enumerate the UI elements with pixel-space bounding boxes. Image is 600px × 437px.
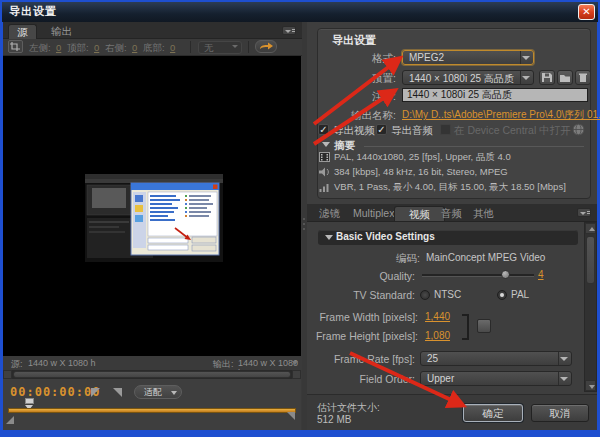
format-value: MPEG2 <box>409 52 444 63</box>
chevron-down-icon <box>558 372 571 385</box>
crop-top-value[interactable]: 0 <box>94 42 99 53</box>
timeline-track[interactable] <box>8 408 296 413</box>
out-point-icon[interactable] <box>113 388 122 397</box>
panel-menu-icon[interactable] <box>282 26 296 35</box>
file-size-value: 512 MB <box>317 414 351 425</box>
export-audio-checkbox[interactable]: ✓ <box>376 124 387 135</box>
summary-audio-line: 384 [kbps], 48 kHz, 16 bit, Stereo, MPEG <box>334 166 508 177</box>
playhead[interactable] <box>25 398 34 404</box>
dimension-bracket <box>462 314 469 340</box>
preset-value: 1440 × 1080i 25 高品质 <box>409 72 514 86</box>
quality-slider-track[interactable] <box>422 274 534 277</box>
options-vscrollbar[interactable] <box>584 222 597 392</box>
section-disclosure-icon[interactable] <box>325 235 333 240</box>
work-area-start-icon[interactable] <box>6 416 14 424</box>
tab-others[interactable]: 其他 <box>465 206 502 221</box>
link-dimensions-button[interactable] <box>477 319 491 333</box>
tab-source[interactable]: 源 <box>8 24 37 39</box>
crop-left-label: 左侧: <box>29 42 51 55</box>
summary-video-line: PAL, 1440x1080, 25 [fps], Upper, 品质 4.0 <box>334 151 511 164</box>
basic-video-settings-header[interactable]: Basic Video Settings <box>318 230 578 245</box>
quality-label: Quality: <box>320 270 415 282</box>
cancel-button[interactable]: 取消 <box>531 404 589 422</box>
crop-icon[interactable] <box>8 40 23 53</box>
chevron-down-icon <box>558 352 571 365</box>
field-order-label: Field Order: <box>300 373 415 385</box>
chevron-down-icon <box>520 51 533 64</box>
field-order-select[interactable]: Upper <box>420 371 572 386</box>
frame-rate-label: Frame Rate [fps]: <box>300 353 415 365</box>
output-name-link[interactable]: D:\My D..ts\Adobe\Premiere Pro\4.0\序列 01… <box>402 108 600 122</box>
section-title: Basic Video Settings <box>336 231 435 242</box>
frame-width-label: Frame Width [pixels]: <box>300 311 418 323</box>
import-preset-icon[interactable] <box>557 70 573 85</box>
hscroll-thumb[interactable] <box>13 371 291 378</box>
crop-left-value[interactable]: 0 <box>56 42 61 53</box>
codec-label: 编码: <box>320 252 420 266</box>
crop-right-value[interactable]: 0 <box>132 42 137 53</box>
quality-value[interactable]: 4 <box>538 269 544 280</box>
chevron-down-icon <box>520 71 533 84</box>
summary-divider <box>364 146 584 147</box>
video-summary-icon <box>319 152 330 162</box>
panel-menu-icon[interactable] <box>577 208 591 217</box>
format-select[interactable]: MPEG2 <box>402 50 534 65</box>
frame-height-value[interactable]: 1,080 <box>425 330 450 341</box>
fit-select-value: 适配 <box>144 387 162 397</box>
crop-top-label: 顶部: <box>67 42 89 55</box>
file-size-label: 估计文件大小: <box>317 401 380 415</box>
ntsc-radio[interactable] <box>420 290 430 300</box>
scroll-left-icon[interactable] <box>3 370 12 379</box>
crop-bottom-label: 底部: <box>143 42 165 55</box>
delete-preset-icon[interactable] <box>575 70 591 85</box>
tv-standard-label: TV Standard: <box>320 289 415 301</box>
vscroll-thumb[interactable] <box>586 236 595 284</box>
web-icon <box>572 123 585 136</box>
source-size-value: 1440 w X 1080 h <box>28 358 96 368</box>
ok-button[interactable]: 确定 <box>463 404 523 422</box>
scroll-up-icon[interactable] <box>585 223 596 234</box>
source-preview <box>3 56 301 356</box>
ntsc-label: NTSC <box>434 289 461 300</box>
preview-frame <box>85 174 223 262</box>
preset-label: 预置: <box>317 72 396 86</box>
scroll-down-icon[interactable] <box>585 380 596 391</box>
close-icon[interactable]: ✕ <box>578 4 595 20</box>
toolbar-separator <box>190 41 191 53</box>
tab-output[interactable]: 输出 <box>43 24 80 39</box>
timeline-area: 00:00:00:00 适配 <box>3 379 301 430</box>
in-point-icon[interactable] <box>91 388 100 397</box>
toolbar-separator <box>248 41 249 53</box>
device-central-checkbox <box>440 124 451 135</box>
chevron-down-icon[interactable] <box>292 361 298 365</box>
summary-bitrate-line: VBR, 1 Pass, 最小 4.00, 目标 15.00, 最大 18.50… <box>334 181 566 194</box>
work-area-end-icon[interactable] <box>287 412 295 420</box>
tab-filters[interactable]: 滤镜 <box>311 206 348 221</box>
codec-value: MainConcept MPEG Video <box>426 252 545 263</box>
source-tabbar: 源 输出 <box>3 22 302 39</box>
quality-slider-handle[interactable] <box>501 270 510 279</box>
window-title: 导出设置 <box>9 4 57 19</box>
format-label: 格式: <box>317 52 396 66</box>
forward-arrow-icon[interactable] <box>255 40 277 53</box>
comment-input[interactable]: 1440 × 1080i 25 高品质 <box>402 88 588 102</box>
crop-bottom-value[interactable]: 0 <box>170 42 175 53</box>
fit-select[interactable]: 适配 <box>134 385 182 399</box>
field-order-value: Upper <box>427 373 454 384</box>
frame-width-value[interactable]: 1,440 <box>425 311 450 322</box>
bitrate-summary-icon <box>319 182 330 192</box>
audio-summary-icon <box>318 167 330 177</box>
titlebar: 导出设置 <box>2 2 598 22</box>
save-preset-icon[interactable] <box>539 70 555 85</box>
export-settings-header: 导出设置 <box>332 33 376 48</box>
preview-hscrollbar[interactable] <box>3 370 301 379</box>
crop-ratio-value: 无 <box>204 42 214 53</box>
pal-radio[interactable] <box>497 290 507 300</box>
export-video-checkbox[interactable]: ✓ <box>318 124 329 135</box>
export-video-label: 导出视频 <box>333 124 375 138</box>
summary-disclosure-icon[interactable] <box>322 142 330 147</box>
frame-rate-select[interactable]: 25 <box>420 351 572 366</box>
timecode[interactable]: 00:00:00:00 <box>10 385 100 399</box>
output-name-label: 输出名称: <box>317 109 396 123</box>
preset-select[interactable]: 1440 × 1080i 25 高品质 <box>402 70 534 85</box>
